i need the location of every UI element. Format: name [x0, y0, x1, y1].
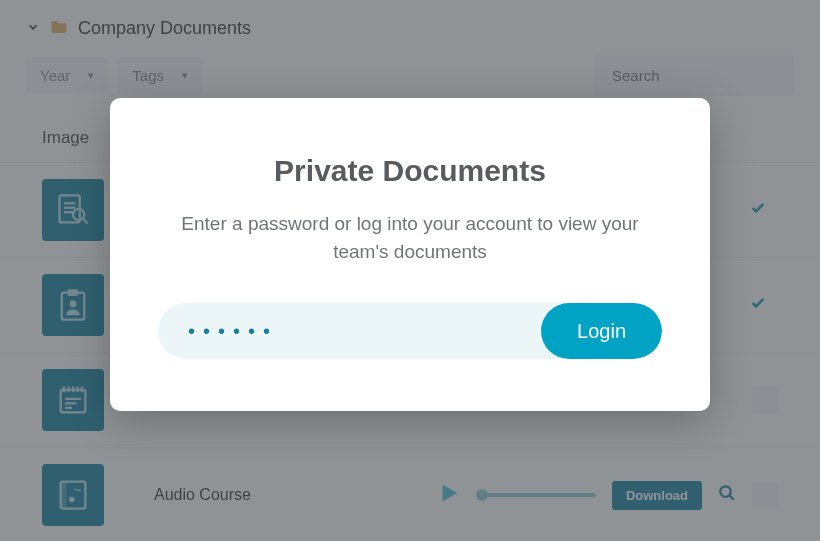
- modal-overlay[interactable]: Private Documents Enter a password or lo…: [0, 0, 820, 541]
- login-button[interactable]: Login: [541, 303, 662, 359]
- modal-title: Private Documents: [158, 154, 662, 188]
- password-field[interactable]: [158, 320, 541, 343]
- password-row: Login: [158, 303, 662, 359]
- private-documents-modal: Private Documents Enter a password or lo…: [110, 98, 710, 411]
- modal-subtitle: Enter a password or log into your accoun…: [158, 210, 662, 265]
